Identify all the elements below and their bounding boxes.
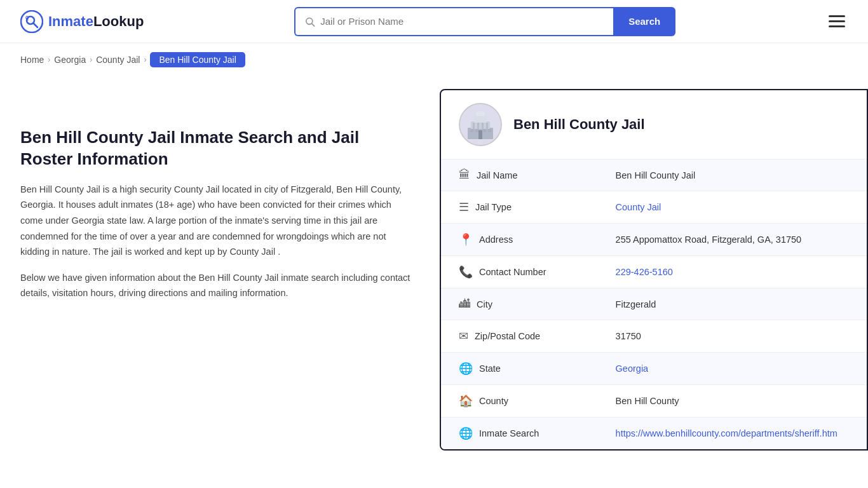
logo-part1: Inmate: [48, 13, 93, 29]
row-icon: 🌐: [459, 426, 473, 440]
building-icon: [465, 109, 496, 140]
search-input[interactable]: [320, 16, 604, 27]
search-input-wrapper: [294, 7, 613, 36]
svg-rect-16: [477, 123, 479, 129]
row-icon: 🏙: [459, 297, 470, 311]
svg-rect-17: [482, 123, 484, 129]
svg-text:Q: Q: [25, 15, 29, 20]
row-link[interactable]: Georgia: [616, 363, 649, 374]
row-label: State: [479, 363, 501, 374]
row-icon: ✉: [459, 329, 468, 343]
row-label: Inmate Search: [479, 428, 539, 438]
hamburger-line2: [829, 20, 845, 22]
row-value: County Jail: [598, 191, 867, 224]
page-title: Ben Hill County Jail Inmate Search and J…: [20, 127, 414, 170]
breadcrumb: Home › Georgia › County Jail › Ben Hill …: [0, 43, 868, 76]
row-icon: 📍: [459, 233, 473, 247]
row-label: County: [479, 396, 508, 406]
breadcrumb-sep1: ›: [48, 55, 50, 64]
table-row: ☰Jail TypeCounty Jail: [441, 191, 867, 224]
row-value: 229-426-5160: [598, 256, 867, 288]
search-icon: [304, 16, 315, 27]
svg-rect-13: [483, 129, 486, 132]
right-panel: Ben Hill County Jail 🏛Jail NameBen Hill …: [440, 89, 868, 451]
row-value: 31750: [598, 320, 867, 353]
search-button[interactable]: Search: [613, 7, 675, 36]
row-icon: ☰: [459, 200, 469, 214]
row-value: https://www.benhillcounty.com/department…: [598, 417, 867, 450]
row-value: Georgia: [598, 353, 867, 385]
row-value: Ben Hill County Jail: [598, 159, 867, 191]
row-icon: 🏛: [459, 168, 470, 182]
row-label: Address: [479, 234, 513, 245]
hamburger-line3: [829, 25, 845, 27]
svg-rect-9: [476, 111, 485, 116]
page-desc-2: Below we have given information about th…: [20, 270, 414, 301]
row-label: City: [477, 299, 492, 309]
hamburger-line1: [829, 15, 845, 17]
table-row: 📍Address255 Appomattox Road, Fitzgerald,…: [441, 224, 867, 256]
svg-rect-10: [478, 130, 482, 139]
row-icon: 📞: [459, 265, 473, 279]
info-table: 🏛Jail NameBen Hill County Jail☰Jail Type…: [441, 159, 867, 449]
breadcrumb-state[interactable]: Georgia: [54, 55, 86, 65]
search-area: Search: [294, 7, 675, 36]
svg-line-5: [312, 24, 315, 26]
jail-avatar: [459, 103, 502, 146]
breadcrumb-category[interactable]: County Jail: [96, 55, 140, 65]
row-icon: 🌐: [459, 362, 473, 376]
svg-rect-15: [473, 123, 475, 129]
svg-rect-12: [475, 129, 478, 132]
table-row: 📞Contact Number229-426-5160: [441, 256, 867, 288]
breadcrumb-current: Ben Hill County Jail: [150, 52, 245, 67]
row-value: 255 Appomattox Road, Fitzgerald, GA, 317…: [598, 224, 867, 256]
row-label: Jail Name: [477, 170, 517, 180]
logo-link[interactable]: Q InmateLookup: [20, 10, 144, 33]
row-icon: 🏠: [459, 394, 473, 408]
svg-rect-18: [486, 123, 488, 129]
svg-rect-14: [488, 129, 491, 132]
table-row: 🌐StateGeorgia: [441, 353, 867, 385]
table-row: 🏙CityFitzgerald: [441, 288, 867, 320]
row-label: Zip/Postal Code: [475, 331, 540, 341]
logo-text: InmateLookup: [48, 13, 144, 30]
row-link[interactable]: https://www.benhillcounty.com/department…: [616, 428, 837, 438]
breadcrumb-sep3: ›: [144, 55, 146, 64]
main-content: Ben Hill County Jail Inmate Search and J…: [0, 76, 868, 476]
card-jail-name-heading: Ben Hill County Jail: [513, 116, 645, 133]
row-label: Contact Number: [479, 267, 546, 277]
svg-rect-11: [470, 129, 473, 132]
table-row: 🌐Inmate Searchhttps://www.benhillcounty.…: [441, 417, 867, 450]
info-card: Ben Hill County Jail 🏛Jail NameBen Hill …: [440, 89, 868, 451]
row-link[interactable]: County Jail: [616, 202, 661, 212]
logo-part2: Lookup: [93, 13, 144, 29]
card-header: Ben Hill County Jail: [441, 90, 867, 159]
table-row: 🏛Jail NameBen Hill County Jail: [441, 159, 867, 191]
row-label: Jail Type: [475, 202, 512, 212]
breadcrumb-sep2: ›: [90, 55, 92, 64]
table-row: ✉Zip/Postal Code31750: [441, 320, 867, 353]
menu-button[interactable]: [826, 13, 848, 30]
row-value: Ben Hill County: [598, 385, 867, 417]
logo-icon: Q: [20, 10, 43, 33]
breadcrumb-home[interactable]: Home: [20, 55, 44, 65]
row-link[interactable]: 229-426-5160: [616, 267, 673, 277]
row-value: Fitzgerald: [598, 288, 867, 320]
header: Q InmateLookup Search: [0, 0, 868, 43]
table-row: 🏠CountyBen Hill County: [441, 385, 867, 417]
left-panel: Ben Hill County Jail Inmate Search and J…: [20, 89, 440, 451]
page-desc-1: Ben Hill County Jail is a high security …: [20, 182, 414, 260]
svg-point-0: [21, 11, 43, 32]
